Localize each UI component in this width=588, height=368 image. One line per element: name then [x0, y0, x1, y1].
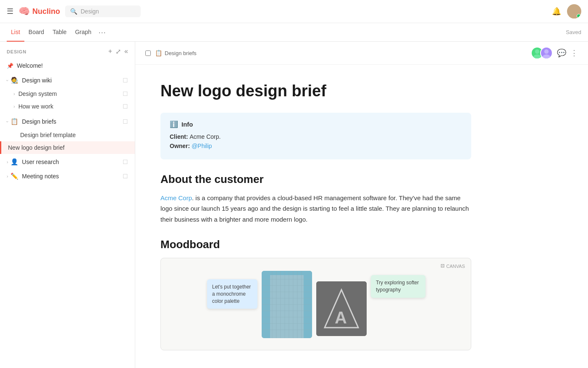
- design-briefs-label: Design briefs: [22, 118, 123, 125]
- user-research-check-icon: ☐: [123, 159, 128, 165]
- owner-value[interactable]: @Philip: [192, 143, 212, 149]
- sticky-note-1: Let's put together a monochrome color pa…: [207, 279, 257, 309]
- svg-rect-7: [270, 275, 304, 338]
- svg-point-2: [535, 49, 539, 53]
- chevron-right-icon-4: ›: [7, 174, 8, 179]
- breadcrumb-label: Design briefs: [165, 50, 197, 56]
- client-label: Client:: [170, 133, 189, 140]
- new-logo-design-brief-label: New logo design brief: [8, 144, 128, 151]
- info-box-header: ℹ️ Info: [170, 120, 462, 128]
- design-wiki-label: Design wiki: [22, 77, 123, 84]
- svg-point-3: [533, 54, 541, 59]
- design-system-label: Design system: [18, 90, 123, 97]
- logo-icon: 🧠: [18, 6, 30, 17]
- canvas-inner: Let's put together a monochrome color pa…: [161, 258, 471, 350]
- search-placeholder: Design: [81, 8, 99, 15]
- info-heading: Info: [181, 121, 193, 128]
- how-we-work-check-icon: ☐: [123, 103, 128, 110]
- about-text: . is a company that provides a cloud-bas…: [160, 194, 469, 223]
- svg-point-5: [542, 54, 550, 59]
- doc-content: New logo design brief ℹ️ Info Client: Ac…: [135, 65, 496, 367]
- doc-checkbox[interactable]: [145, 50, 151, 56]
- topnav-right: 🔔: [552, 4, 581, 19]
- sidebar-item-meeting-notes[interactable]: › ✏️ Meeting notes ☐: [0, 169, 135, 183]
- saved-label: Saved: [566, 29, 581, 35]
- how-we-work-label: How we work: [18, 103, 123, 110]
- moodboard-heading: Moodboard: [160, 238, 471, 251]
- user-research-icon: 👤: [10, 158, 18, 166]
- collab-avatar-2: [540, 47, 553, 59]
- main-area: DESIGN + ⤢ « 📌 Welcome! › 🧑‍🎨 Design wik…: [0, 42, 588, 368]
- design-wiki-icon: 🧑‍🎨: [10, 77, 18, 84]
- acme-corp-link[interactable]: Acme Corp: [160, 194, 192, 201]
- hamburger-icon[interactable]: ☰: [7, 7, 13, 16]
- design-briefs-icon: 📋: [10, 118, 18, 125]
- sidebar-item-design-wiki[interactable]: › 🧑‍🎨 Design wiki ☐: [0, 73, 135, 87]
- meeting-notes-check-icon: ☐: [123, 173, 128, 180]
- building-image: [262, 271, 312, 338]
- sidebar-group-design-briefs: › 📋 Design briefs ☐ Design brief templat…: [0, 114, 135, 155]
- sidebar: DESIGN + ⤢ « 📌 Welcome! › 🧑‍🎨 Design wik…: [0, 42, 135, 368]
- sidebar-header: DESIGN + ⤢ «: [0, 42, 135, 59]
- user-avatar[interactable]: [567, 4, 581, 19]
- bell-icon[interactable]: 🔔: [552, 7, 561, 16]
- search-icon: 🔍: [70, 8, 77, 15]
- tab-graph[interactable]: Graph: [71, 23, 96, 42]
- info-box: ℹ️ Info Client: Acme Corp. Owner: @Phili…: [160, 113, 471, 159]
- sidebar-item-user-research[interactable]: › 👤 User research ☐: [0, 155, 135, 169]
- about-heading: About the customer: [160, 173, 471, 186]
- sidebar-section-title: DESIGN: [7, 49, 105, 54]
- pin-icon: 📌: [7, 63, 13, 69]
- sidebar-item-welcome[interactable]: 📌 Welcome!: [0, 59, 135, 72]
- info-owner-row: Owner: @Philip: [170, 143, 462, 149]
- info-icon: ℹ️: [170, 120, 178, 128]
- logo[interactable]: 🧠 Nuclino: [18, 6, 60, 17]
- tab-board[interactable]: Board: [24, 23, 48, 42]
- content-topbar: 📋 Design briefs: [135, 42, 588, 65]
- moodboard-canvas: ⚄ CANVAS Let's put together a monochrome…: [160, 258, 471, 350]
- sidebar-item-how-we-work[interactable]: › How we work ☐: [0, 100, 135, 113]
- sidebar-item-design-brief-template[interactable]: Design brief template: [0, 129, 135, 141]
- client-value: Acme Corp.: [189, 133, 220, 140]
- design-briefs-check-icon: ☐: [123, 118, 128, 125]
- user-research-label: User research: [22, 159, 123, 165]
- svg-point-1: [569, 13, 579, 19]
- search-bar[interactable]: 🔍 Design: [65, 5, 141, 17]
- tab-more-icon[interactable]: ⋯: [98, 28, 106, 37]
- sidebar-add-icon[interactable]: +: [108, 48, 112, 56]
- owner-label: Owner:: [170, 143, 192, 149]
- sidebar-expand-icon[interactable]: ⤢: [116, 48, 121, 56]
- comment-icon[interactable]: 💬: [557, 48, 566, 58]
- breadcrumb-icon: 📋: [155, 50, 162, 56]
- content-topbar-right: 💬 ⋮: [531, 47, 578, 59]
- collab-avatars: [531, 47, 553, 59]
- doc-title: New logo design brief: [160, 82, 471, 101]
- sidebar-collapse-icon[interactable]: «: [124, 48, 128, 56]
- design-system-check-icon: ☐: [123, 90, 128, 97]
- chevron-right-icon: ›: [13, 91, 15, 96]
- tab-table[interactable]: Table: [48, 23, 71, 42]
- svg-point-0: [571, 7, 577, 13]
- tabbar: List Board Table Graph ⋯ Saved: [0, 23, 588, 42]
- about-paragraph: Acme Corp. is a company that provides a …: [160, 193, 471, 225]
- breadcrumb: 📋 Design briefs: [155, 50, 197, 56]
- sidebar-actions: + ⤢ «: [108, 48, 128, 56]
- meeting-notes-label: Meeting notes: [22, 173, 123, 180]
- svg-point-4: [544, 49, 549, 53]
- sidebar-item-design-briefs[interactable]: › 📋 Design briefs ☐: [0, 114, 135, 129]
- dark-abstract-image: A: [316, 281, 367, 336]
- sidebar-item-new-logo-design-brief[interactable]: New logo design brief: [0, 141, 135, 154]
- content-area: 📋 Design briefs: [135, 42, 588, 368]
- chevron-down-icon: ›: [5, 79, 10, 81]
- chevron-right-icon-3: ›: [7, 160, 8, 164]
- more-options-icon[interactable]: ⋮: [570, 48, 578, 58]
- design-brief-template-label: Design brief template: [13, 132, 128, 138]
- chevron-right-icon-2: ›: [13, 104, 15, 109]
- tab-list[interactable]: List: [7, 23, 24, 42]
- design-wiki-check-icon: ☐: [123, 77, 128, 84]
- info-client-row: Client: Acme Corp.: [170, 133, 462, 140]
- topnav: ☰ 🧠 Nuclino 🔍 Design 🔔: [0, 0, 588, 23]
- logo-text: Nuclino: [32, 7, 60, 16]
- meeting-notes-icon: ✏️: [10, 172, 18, 180]
- sidebar-item-design-system[interactable]: › Design system ☐: [0, 87, 135, 100]
